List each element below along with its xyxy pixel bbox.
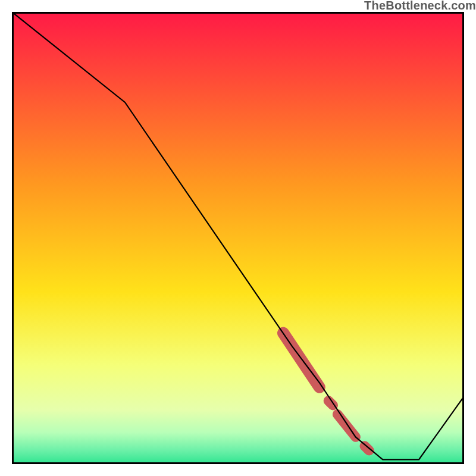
curve-layer bbox=[12, 12, 464, 464]
watermark-text: TheBottleneck.com bbox=[364, 0, 476, 12]
curve-line bbox=[12, 12, 464, 459]
chart-stage: TheBottleneck.com bbox=[0, 0, 476, 476]
plot-area bbox=[12, 12, 464, 464]
